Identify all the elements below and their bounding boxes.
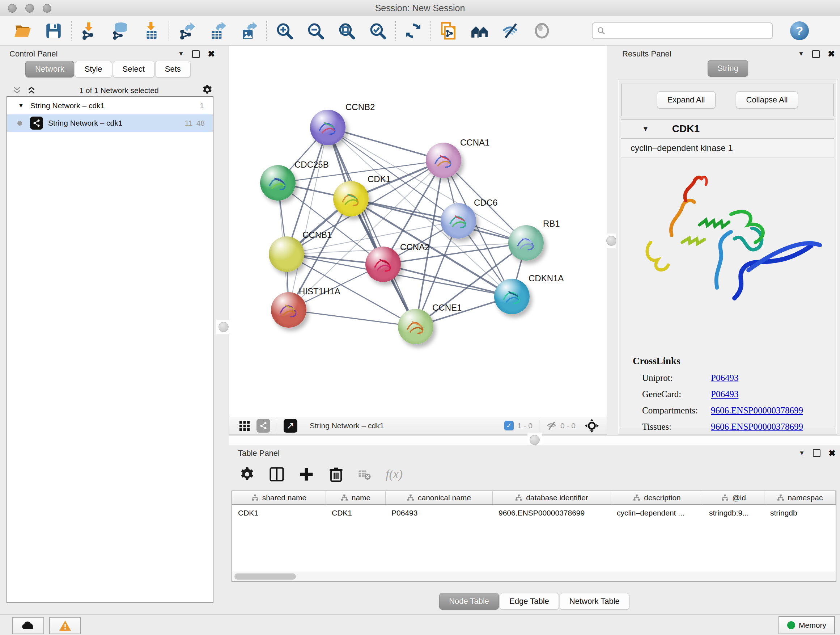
selected-checkbox-icon[interactable]: ✓ bbox=[504, 421, 514, 431]
control-panel-menu-icon[interactable]: ▼ bbox=[178, 50, 184, 57]
control-panel-float-icon[interactable] bbox=[192, 50, 200, 58]
tab-network-table[interactable]: Network Table bbox=[560, 593, 630, 610]
table-toolbar: f(x) bbox=[240, 462, 403, 487]
network-node-CDC6[interactable] bbox=[441, 203, 476, 239]
clone-network-icon[interactable] bbox=[439, 21, 459, 41]
network-options-gear-icon[interactable] bbox=[202, 84, 213, 97]
zoom-out-icon[interactable] bbox=[305, 21, 325, 41]
table-panel-float-icon[interactable] bbox=[813, 449, 821, 457]
column-header-name[interactable]: name bbox=[326, 491, 386, 504]
network-node-CDKN1A[interactable] bbox=[494, 279, 530, 314]
scrollbar-thumb[interactable] bbox=[234, 573, 296, 580]
table-options-gear-icon[interactable] bbox=[240, 467, 255, 482]
export-table-icon[interactable] bbox=[208, 21, 228, 41]
network-node-CCNB1[interactable] bbox=[269, 236, 304, 272]
hidden-counter: 0 - 0 bbox=[561, 421, 576, 430]
column-header-shared-name[interactable]: shared name bbox=[232, 491, 326, 504]
network-node-RB1[interactable] bbox=[508, 225, 544, 261]
tab-edge-table[interactable]: Edge Table bbox=[500, 593, 559, 610]
network-node-CCNA2[interactable] bbox=[365, 247, 401, 282]
network-canvas[interactable]: CCNB2CCNA1CDC25BCDK1CDC6RB1CCNB1CCNA2CDK… bbox=[229, 46, 607, 417]
zoom-selected-icon[interactable] bbox=[368, 21, 388, 41]
column-header-canonical-name[interactable]: canonical name bbox=[386, 491, 493, 504]
control-panel-close-icon[interactable]: ✖ bbox=[208, 50, 215, 58]
left-splitter[interactable] bbox=[220, 46, 229, 615]
search-field[interactable] bbox=[592, 22, 773, 39]
table-horizontal-scrollbar[interactable] bbox=[232, 572, 836, 581]
right-splitter[interactable] bbox=[607, 46, 616, 435]
tab-sets[interactable]: Sets bbox=[155, 61, 191, 78]
crosslink-link[interactable]: 9606.ENSP00000378699 bbox=[711, 405, 803, 416]
first-neighbors-icon[interactable] bbox=[470, 21, 490, 41]
zoom-in-icon[interactable] bbox=[274, 21, 294, 41]
warning-status-button[interactable] bbox=[49, 617, 81, 634]
network-node-CCNE1[interactable] bbox=[398, 309, 433, 344]
crosslink-link[interactable]: P06493 bbox=[711, 389, 738, 399]
column-header-namespac[interactable]: namespac bbox=[764, 491, 836, 504]
tab-string[interactable]: String bbox=[707, 60, 748, 77]
node-label-CDK1: CDK1 bbox=[368, 174, 391, 184]
help-icon[interactable]: ? bbox=[790, 21, 809, 40]
table-row[interactable]: CDK1CDK1P064939606.ENSP00000378699cyclin… bbox=[232, 505, 836, 521]
collapse-all-button[interactable]: Collapse All bbox=[736, 91, 798, 109]
grid-view-icon[interactable] bbox=[238, 420, 251, 432]
refresh-icon[interactable] bbox=[403, 21, 423, 41]
delete-column-icon[interactable] bbox=[328, 467, 344, 482]
crosslink-link[interactable]: P06493 bbox=[711, 373, 738, 383]
results-panel-float-icon[interactable] bbox=[812, 50, 820, 58]
delete-table-icon[interactable] bbox=[358, 468, 371, 481]
collapse-all-icon[interactable] bbox=[12, 86, 22, 95]
show-all-icon[interactable] bbox=[532, 21, 552, 41]
add-column-icon[interactable] bbox=[299, 467, 314, 482]
network-row-selected[interactable]: String Network – cdk1 11 48 bbox=[7, 114, 213, 132]
network-node-CDK1[interactable] bbox=[333, 181, 369, 217]
tab-select[interactable]: Select bbox=[113, 61, 155, 78]
column-header-description[interactable]: description bbox=[611, 491, 703, 504]
network-node-HIST1H1A[interactable] bbox=[271, 292, 306, 328]
zoom-fit-icon[interactable] bbox=[336, 21, 357, 41]
save-session-icon[interactable] bbox=[43, 21, 64, 41]
horizontal-splitter[interactable] bbox=[229, 435, 840, 445]
results-panel-close-icon[interactable]: ✖ bbox=[828, 50, 835, 58]
import-table-icon[interactable] bbox=[141, 21, 161, 41]
detach-view-icon[interactable]: ↗ bbox=[284, 419, 297, 432]
memory-button[interactable]: Memory bbox=[778, 616, 835, 634]
expand-all-button[interactable]: Expand All bbox=[657, 91, 715, 109]
tab-node-table[interactable]: Node Table bbox=[439, 593, 499, 610]
protein-thumbnail bbox=[315, 115, 340, 140]
tab-style[interactable]: Style bbox=[75, 61, 112, 78]
collection-expand-icon[interactable]: ▼ bbox=[18, 103, 24, 109]
string-view-icon[interactable] bbox=[256, 419, 270, 432]
protein-card-header[interactable]: ▼ CDK1 bbox=[621, 119, 834, 139]
import-database-icon[interactable] bbox=[110, 21, 130, 41]
network-node-CCNA1[interactable] bbox=[426, 143, 461, 178]
warning-icon bbox=[58, 620, 72, 631]
function-builder-icon[interactable]: f(x) bbox=[386, 467, 403, 481]
protein-collapse-icon[interactable]: ▼ bbox=[642, 125, 649, 133]
search-input[interactable] bbox=[606, 26, 759, 36]
crosslink-link[interactable]: 9606.ENSP00000378699 bbox=[711, 422, 803, 432]
hide-selected-icon[interactable] bbox=[501, 21, 521, 41]
network-node-CCNB2[interactable] bbox=[310, 110, 346, 145]
hidden-eye-icon[interactable] bbox=[546, 420, 557, 432]
open-session-icon[interactable] bbox=[12, 21, 33, 41]
network-tree: ▼ String Network – cdk1 1 String Network… bbox=[6, 96, 213, 603]
results-panel-menu-icon[interactable]: ▼ bbox=[798, 50, 804, 57]
birds-eye-icon[interactable] bbox=[585, 419, 599, 432]
column-header--id[interactable]: @id bbox=[703, 491, 764, 504]
left-splitter-grip[interactable] bbox=[216, 320, 231, 334]
expand-all-icon[interactable] bbox=[27, 86, 36, 95]
export-network-icon[interactable] bbox=[177, 21, 197, 41]
import-network-icon[interactable] bbox=[79, 21, 99, 41]
table-header-row: shared namenamecanonical namedatabase id… bbox=[232, 491, 836, 505]
crosslinks-section: CrossLinks Uniprot:P06493GeneCard:P06493… bbox=[633, 356, 827, 448]
table-panel-menu-icon[interactable]: ▼ bbox=[799, 450, 805, 457]
cloud-status-button[interactable] bbox=[12, 617, 44, 634]
table-panel-close-icon[interactable]: ✖ bbox=[829, 449, 836, 458]
show-columns-icon[interactable] bbox=[269, 467, 284, 482]
column-header-database-identifier[interactable]: database identifier bbox=[493, 491, 611, 504]
network-collection-row[interactable]: ▼ String Network – cdk1 1 bbox=[7, 97, 213, 114]
tab-network[interactable]: Network bbox=[25, 61, 74, 78]
export-image-icon[interactable] bbox=[239, 21, 259, 41]
network-node-CDC25B[interactable] bbox=[260, 165, 295, 201]
